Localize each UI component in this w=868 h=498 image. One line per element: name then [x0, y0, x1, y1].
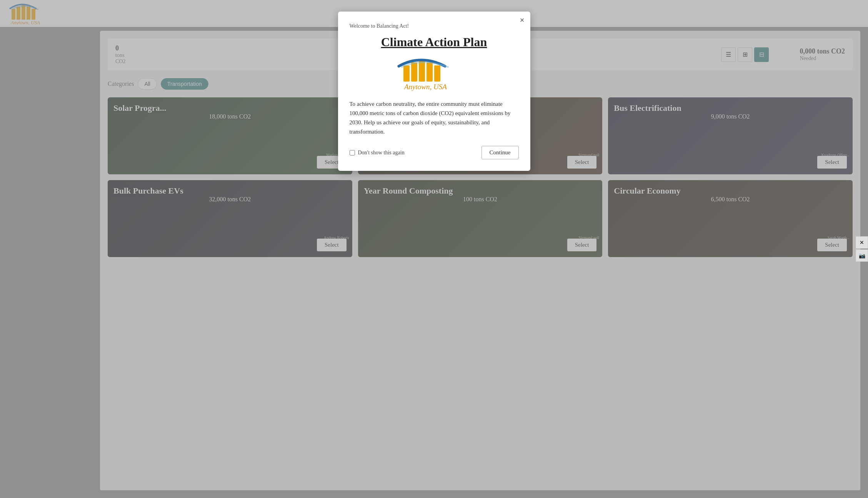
right-widget: ✕ 📷 [856, 236, 868, 262]
widget-camera-icon: 📷 [859, 252, 865, 259]
modal-close-btn[interactable]: × [520, 16, 525, 24]
svg-rect-8 [419, 60, 425, 82]
continue-button[interactable]: Continue [481, 146, 519, 159]
modal-dialog: × Welcome to Balancing Act! Climate Acti… [338, 12, 530, 171]
svg-rect-6 [403, 65, 410, 82]
dont-show-text: Don't show this again [358, 150, 405, 156]
modal-footer: Don't show this again Continue [350, 146, 519, 159]
modal-description: To achieve carbon neutrality, the entire… [350, 99, 519, 136]
modal-overlay: × Welcome to Balancing Act! Climate Acti… [0, 0, 868, 498]
svg-rect-7 [411, 62, 417, 82]
modal-subtitle: Welcome to Balancing Act! [350, 23, 519, 29]
svg-text:Anytown, USA: Anytown, USA [403, 83, 447, 91]
modal-logo-area: Anytown, USA [350, 57, 519, 92]
svg-rect-10 [434, 65, 440, 82]
modal-title: Climate Action Plan [350, 35, 519, 49]
widget-camera-btn[interactable]: 📷 [856, 249, 868, 262]
modal-logo-svg: Anytown, USA [396, 57, 473, 92]
dont-show-label[interactable]: Don't show this again [350, 150, 405, 156]
widget-close-icon: ✕ [860, 239, 864, 246]
widget-close-btn[interactable]: ✕ [856, 236, 868, 249]
dont-show-checkbox[interactable] [350, 150, 355, 155]
svg-rect-9 [427, 62, 433, 82]
